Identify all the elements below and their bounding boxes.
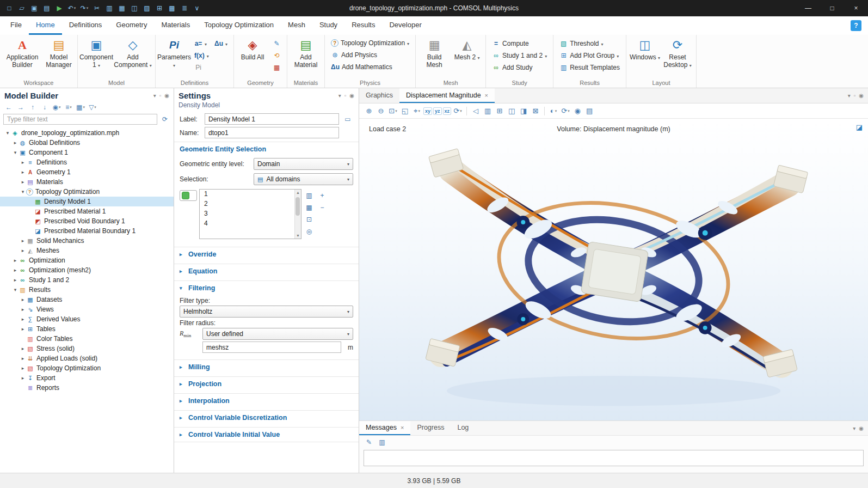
tree-item-applied-loads-solid[interactable]: Applied Loads (solid)	[0, 353, 174, 363]
preview-icon[interactable]: ▤	[41, 2, 53, 14]
tree-item-prescribed-material-1[interactable]: Prescribed Material 1	[0, 206, 174, 216]
parameter-case-button[interactable]: Pi	[191, 62, 231, 73]
close-tab-icon[interactable]: ×	[401, 424, 404, 431]
node-label-icon[interactable]: ▭	[342, 114, 353, 124]
add-material-button[interactable]: ▤ Add Material	[290, 36, 322, 78]
list-scrollbar[interactable]: ▲▼	[294, 190, 301, 239]
float-icon[interactable]: ▫	[344, 93, 347, 99]
tab-developer[interactable]: Developer	[382, 16, 428, 35]
pin-icon[interactable]: ◉	[859, 93, 864, 99]
expand-arrow-icon[interactable]	[20, 346, 26, 351]
messages-output[interactable]	[364, 450, 864, 466]
tree-item-export[interactable]: Export	[0, 373, 174, 383]
clear-messages-icon[interactable]: ✎	[364, 437, 374, 448]
expand-arrow-icon[interactable]	[20, 238, 26, 243]
add-physics-button[interactable]: ⊛Add Physics	[328, 49, 413, 60]
refresh-plot-icon[interactable]: ⟳▾	[560, 106, 571, 116]
tree-item-topology-optimization-results[interactable]: Topology Optimization	[0, 363, 174, 373]
add-study-button[interactable]: ∞Add Study	[489, 62, 550, 73]
forward-icon[interactable]: →	[15, 102, 26, 112]
tree-item-tables[interactable]: Tables	[0, 324, 174, 334]
physics-interface-select[interactable]: ?Topology Optimization	[328, 38, 413, 48]
help-button[interactable]: ?	[851, 20, 861, 31]
insert-table-icon[interactable]: ⊞	[153, 2, 165, 14]
remove-from-selection-icon[interactable]: −	[317, 202, 328, 212]
image-box-icon[interactable]: ◱	[399, 106, 410, 116]
tab-graphics-window[interactable]: Graphics	[359, 88, 399, 103]
tree-item-prescribed-material-boundary-1[interactable]: Prescribed Material Boundary 1	[0, 226, 174, 236]
graphics-canvas[interactable]: Load case 2 Volume: Displacement magnitu…	[359, 119, 868, 420]
delete-icon[interactable]: ▨	[141, 2, 153, 14]
tree-item-topology-optimization[interactable]: Topology Optimization	[0, 187, 174, 197]
color-theme-icon[interactable]: ◐▾	[548, 106, 559, 116]
tree-item-global-definitions[interactable]: Global Definitions	[0, 138, 174, 148]
rebuild-geometry-button[interactable]: ⟲	[269, 50, 284, 61]
save-icon[interactable]: ▣	[28, 2, 40, 14]
duplicate-icon[interactable]: ◫	[128, 2, 140, 14]
tab-log[interactable]: Log	[451, 421, 475, 435]
tree-item-density-model-1[interactable]: Density Model 1	[0, 197, 174, 206]
filter-radius-mode-select[interactable]: User defined ▾	[202, 328, 353, 340]
tree-item-solid-mechanics[interactable]: Solid Mechanics	[0, 236, 174, 246]
tree-item-study-1-and-2[interactable]: Study 1 and 2	[0, 275, 174, 285]
expand-arrow-icon[interactable]	[20, 160, 26, 165]
component-button[interactable]: ▣ Component 1	[81, 36, 112, 78]
transparency-icon[interactable]: ◫	[506, 106, 517, 116]
dock-icon[interactable]: ▾	[853, 425, 855, 431]
add-plot-group-button[interactable]: ⊞Add Plot Group	[556, 50, 623, 61]
tree-item-reports[interactable]: Reports	[0, 383, 174, 393]
study-select-button[interactable]: ∞Study 1 and 2	[489, 50, 550, 61]
domain-selection-list[interactable]: 1 2 3 4 ▲▼	[199, 189, 301, 239]
reset-desktop-button[interactable]: ⟳ Reset Desktop	[662, 36, 693, 78]
expand-arrow-icon[interactable]	[20, 375, 26, 381]
section-override[interactable]: ▸ Override	[174, 247, 359, 261]
delete-entities-button[interactable]: ▦	[269, 62, 284, 73]
section-geometric-entity-selection[interactable]: Geometric Entity Selection	[174, 142, 359, 156]
filter-type-select[interactable]: Helmholtz ▾	[180, 306, 353, 318]
redo-icon[interactable]: ↷▾	[78, 2, 90, 14]
pin-icon[interactable]: ◉	[349, 93, 354, 99]
copy-icon[interactable]: ▥	[103, 2, 115, 14]
maximize-button[interactable]: □	[820, 0, 844, 16]
undo-icon[interactable]: ↶▾	[66, 2, 78, 14]
tab-file[interactable]: File	[3, 16, 29, 35]
section-milling[interactable]: ▸ Milling	[174, 360, 359, 374]
tree-item-geometry-1[interactable]: Geometry 1	[0, 167, 174, 177]
tree-item-optimization[interactable]: Optimization	[0, 255, 174, 265]
environment-icon[interactable]: ⊞	[494, 106, 505, 116]
dock-icon[interactable]: ▾	[153, 93, 156, 99]
dock-icon[interactable]: ▾	[338, 93, 341, 99]
domain-list-item[interactable]: 3	[200, 209, 301, 219]
build-mesh-button[interactable]: ▦ Build Mesh	[418, 36, 450, 78]
section-control-variable-discretization[interactable]: ▸ Control Variable Discretization	[174, 411, 359, 425]
columns-icon[interactable]: ▦▾	[75, 102, 86, 112]
section-filtering[interactable]: ▾ Filtering	[174, 281, 359, 295]
tab-mesh[interactable]: Mesh	[281, 16, 312, 35]
mesh-select-button[interactable]: ◭ Mesh 2	[451, 36, 483, 78]
refresh-icon[interactable]: ⟳	[159, 114, 170, 125]
tab-home[interactable]: Home	[29, 16, 62, 35]
domain-list-item[interactable]: 1	[200, 190, 301, 199]
tree-filter-input[interactable]	[3, 114, 157, 125]
expand-arrow-icon[interactable]	[20, 179, 26, 185]
tab-definitions[interactable]: Definitions	[62, 16, 109, 35]
paste-icon[interactable]: ▦	[116, 2, 128, 14]
tree-item-optimization-mesh2[interactable]: Optimization (mesh2)	[0, 265, 174, 275]
filter-radius-input[interactable]	[202, 341, 341, 353]
tree-item-materials[interactable]: Materials	[0, 177, 174, 187]
expand-arrow-icon[interactable]	[20, 248, 26, 253]
collapse-all-icon[interactable]: ≡▾	[63, 102, 74, 112]
tab-topology-optimization[interactable]: Topology Optimization	[197, 16, 281, 35]
create-selection-icon[interactable]: ◎	[304, 226, 315, 236]
zoom-extents-icon[interactable]: ⊡▾	[387, 106, 398, 116]
add-to-selection-icon[interactable]: +	[317, 190, 328, 200]
rotate-view-icon[interactable]: ⟳▾	[452, 106, 463, 116]
expand-arrow-icon[interactable]	[12, 277, 19, 283]
expand-arrow-icon[interactable]	[4, 130, 11, 136]
section-projection[interactable]: ▸ Projection	[174, 377, 359, 391]
tab-results[interactable]: Results	[344, 16, 382, 35]
tree-item-meshes[interactable]: Meshes	[0, 246, 174, 255]
view-xy-icon[interactable]: xy	[423, 107, 432, 115]
tree-item-component-1[interactable]: Component 1	[0, 148, 174, 157]
tree-item-datasets[interactable]: Datasets	[0, 295, 174, 304]
